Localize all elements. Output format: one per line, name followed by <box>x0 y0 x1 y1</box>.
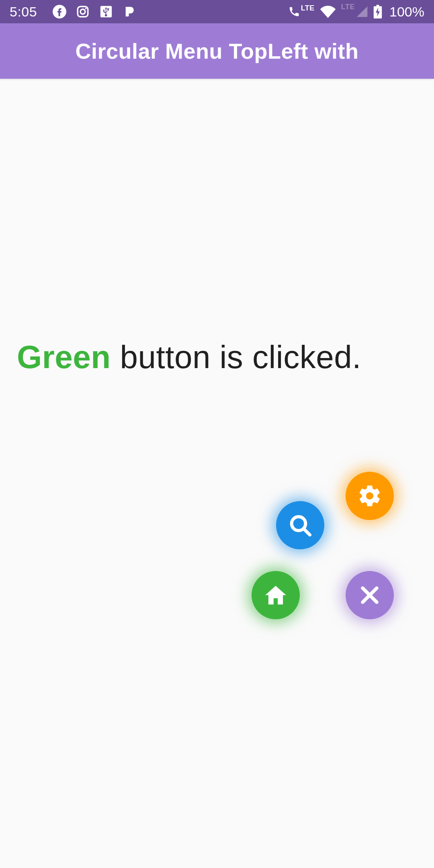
battery-charging-icon <box>373 4 382 19</box>
phone-icon <box>288 6 300 18</box>
pandora-icon <box>122 4 137 19</box>
fab-home-button[interactable] <box>252 571 300 619</box>
status-bar-right: LTE LTE 100% <box>288 4 424 20</box>
gear-icon <box>357 483 382 508</box>
wifi-icon <box>319 4 336 19</box>
lte-label-right: LTE <box>341 3 355 11</box>
status-time: 5:05 <box>10 4 37 20</box>
instagram-icon <box>76 4 90 19</box>
content-area: Green button is clicked. <box>0 79 434 868</box>
notification-icons <box>52 4 137 19</box>
page-title: Circular Menu TopLeft with <box>76 39 359 63</box>
svg-point-3 <box>85 8 87 9</box>
search-icon <box>287 512 313 538</box>
facebook-icon <box>52 4 67 19</box>
status-bar: 5:05 LTE LTE <box>0 0 434 23</box>
battery-percentage: 100% <box>389 4 424 20</box>
close-icon <box>358 583 382 607</box>
status-bar-left: 5:05 <box>10 4 137 20</box>
lte-label-left: LTE <box>301 4 315 12</box>
status-message: Green button is clicked. <box>17 339 361 376</box>
svg-point-2 <box>80 9 85 14</box>
app-bar: Circular Menu TopLeft with <box>0 23 434 79</box>
usb-icon <box>99 4 113 19</box>
fab-close-button[interactable] <box>346 571 394 619</box>
status-color-word: Green <box>17 339 111 375</box>
phone-lte-group: LTE <box>288 6 315 18</box>
svg-line-6 <box>304 529 310 535</box>
fab-search-button[interactable] <box>276 501 324 549</box>
status-rest: button is clicked. <box>111 339 361 375</box>
fab-settings-button[interactable] <box>346 472 394 520</box>
signal-lte-group: LTE <box>341 4 368 19</box>
signal-icon <box>356 4 368 19</box>
home-icon <box>263 583 288 608</box>
